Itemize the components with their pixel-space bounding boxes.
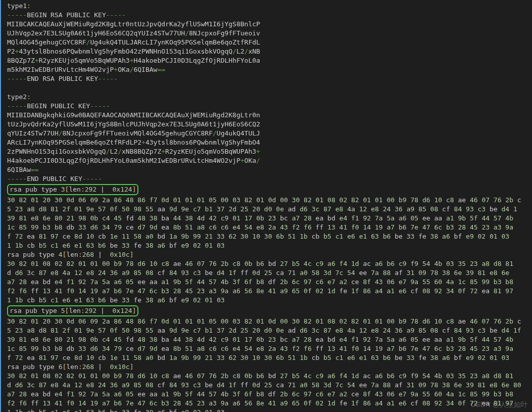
- pem-line: H4akoebPCJI0D3LqgZfOjRDLHhFYoL0am5khM2Iw…: [7, 156, 532, 165]
- hex-line: 30 82 01 20 30 0d 06 09 2a 86 48 86 f7 0…: [7, 196, 532, 205]
- hex-line: 1 1b cb b5 c1 e6 e1 63 b6 be 33 fe 38 a6…: [7, 296, 532, 305]
- pem-line: m5khM2IwEDBrURvLtcHm4WO2vjP+OKa/6QIBAw==: [7, 65, 532, 74]
- hex-line: f2 f6 ff 13 41 f0 14 19 a7 b6 7e 47 6c b…: [7, 399, 532, 408]
- pem-line: P2+43ytsl8bnos6PQwbnmlVgShyFmbO42zPWNHnO…: [7, 47, 532, 56]
- dump4-header: rsa pub type 4[len:268 | 0x10c]: [7, 250, 532, 259]
- hex-line: f 72 ea 81 97 ce 8d 10 cb 1e 11 58 a0 bd…: [7, 232, 532, 241]
- type2-begin: -----BEGIN PUBLIC KEY-----: [7, 102, 532, 111]
- hex-line: 30 82 01 08 02 82 01 01 00 b9 78 d6 10 c…: [7, 372, 532, 381]
- pem-line: qYUIz4STw77UH/8NJcpxoFg9fFTueoivMQl4OG45…: [7, 129, 532, 138]
- hex-line: 30 82 01 20 30 0d 06 09 2a 86 48 86 f7 0…: [7, 317, 532, 326]
- pem-line: MIIBIDANBgkqhkiG9w0BAQEFAAOCAQ0AMIIBCAKC…: [7, 111, 532, 120]
- type2-body: MIIBIDANBgkqhkiG9w0BAQEFAAOCAQ0AMIIBCAKC…: [7, 111, 532, 174]
- hex-line: 39 81 e8 6e 80 21 98 0b c4 45 fd 48 38 b…: [7, 214, 532, 223]
- dump3-lines: 30 82 01 20 30 0d 06 09 2a 86 48 86 f7 0…: [7, 196, 532, 250]
- hex-line: f2 f6 ff 13 41 f0 14 19 a7 b6 7e 47 6c b…: [7, 287, 532, 296]
- editor-pane: type1: -----BEGIN RSA PUBLIC KEY----- MI…: [0, 0, 532, 412]
- type1-begin: -----BEGIN RSA PUBLIC KEY-----: [7, 11, 532, 20]
- hex-line: a7 28 ea bd e4 f1 92 7a 5a a6 05 ee aa a…: [7, 278, 532, 287]
- hex-line: 1 1b cb b5 c1 e6 e1 63 b6 be 33 fe 38 a6…: [7, 241, 532, 250]
- hex-line: 1c 85 99 b3 b8 db 33 d6 34 79 ce d7 9d e…: [7, 344, 532, 353]
- hex-line: 39 81 e8 6e 80 21 98 0b c4 45 fd 48 38 b…: [7, 335, 532, 344]
- hex-line: f 72 ea 81 97 ce 8d 10 cb 1e 11 58 a0 bd…: [7, 353, 532, 362]
- hex-line: 1 1b cb b5 c1 e6 e1 63 b6 be 33 fe 38 a6…: [7, 408, 532, 412]
- dump6-lines: 30 82 01 08 02 82 01 01 00 b9 78 d6 10 c…: [7, 372, 532, 412]
- type2-label: type2:: [7, 93, 532, 102]
- pem-line: MQl4OG45gehugCGYC8RF/Ug4ukQ4TULJARcLI7yn…: [7, 38, 532, 47]
- dump5-header: rsa pub type 5[len:292 | 0x124]: [7, 305, 138, 316]
- dump5-lines: 30 82 01 20 30 0d 06 09 2a 86 48 86 f7 0…: [7, 317, 532, 362]
- pem-line: 2zPWNHnO153qi1GoxsbkVOgqQ/L2/xNB8BQZp7Z+…: [7, 147, 532, 156]
- pem-line: 6QIBAw==: [7, 165, 532, 174]
- hex-line: 30 82 01 08 02 82 01 01 00 b9 78 d6 10 c…: [7, 259, 532, 268]
- type2-end: -----END PUBLIC KEY-----: [7, 174, 532, 184]
- hex-line: 1c 85 99 b3 b8 db 33 d6 34 79 ce d7 9d e…: [7, 223, 532, 232]
- hex-line: 5 23 a8 d8 81 2f 01 9e 57 0f 50 98 55 aa…: [7, 326, 532, 335]
- hex-line: d d6 3c 87 e8 4a 12 e8 24 36 a9 85 08 cf…: [7, 268, 532, 278]
- hex-line: d d6 3c 87 e8 4a 12 e8 24 36 a9 85 08 cf…: [7, 381, 532, 390]
- hex-line: a7 28 ea bd e4 f1 92 7a 5a a6 05 ee aa a…: [7, 390, 532, 399]
- type1-end: -----END RSA PUBLIC KEY-----: [7, 74, 532, 83]
- pem-line: tUzJpvQdrKa2yflUSwM1I6jYgS8BnlcPUJhVqp2e…: [7, 120, 532, 129]
- pem-line: ARcLI7ynKOq95PGSelqmBe6qoZtfRFdLP2+43yts…: [7, 138, 532, 147]
- dump4-lines: 30 82 01 08 02 82 01 01 00 b9 78 d6 10 c…: [7, 259, 532, 305]
- pem-line: 8BQZp7Z+R2yzKEUjo5qmVo5BqWUPAh3+H4akoebP…: [7, 56, 532, 65]
- dump3-header: rsa pub type 3[len:292 | 0x124]: [7, 184, 138, 195]
- hex-line: 5 23 a8 d8 81 2f 01 9e 57 0f 50 98 55 aa…: [7, 205, 532, 214]
- type1-body: MIIBCAKCAQEAuXjWEMiuRgd2K8gLtr0ntUzJpvQd…: [7, 20, 532, 74]
- dump6-header: rsa pub type 6[len:268 | 0x10c]: [7, 362, 532, 372]
- pem-line: UJhVqp2ex7E3LSUg0A6t1jyH6EoS6CQ2qYUIz4ST…: [7, 29, 532, 38]
- pem-line: MIIBCAKCAQEAuXjWEMiuRgd2K8gLtr0ntUzJpvQd…: [7, 20, 532, 29]
- type1-label: type1:: [7, 2, 532, 11]
